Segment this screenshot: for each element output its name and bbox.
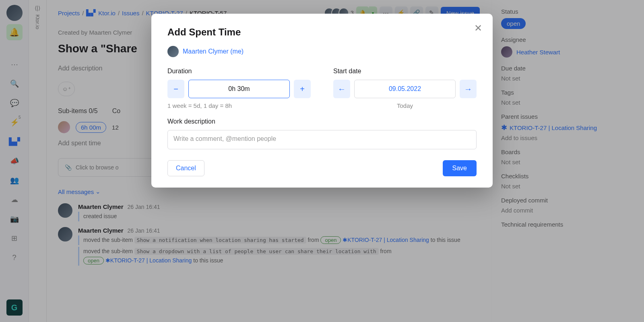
duration-decrement-button[interactable]: − <box>167 80 184 98</box>
modal-user-avatar <box>167 46 179 57</box>
work-description-input[interactable] <box>167 130 477 149</box>
date-prev-button[interactable]: ← <box>333 80 350 98</box>
start-date-label: Start date <box>333 68 477 75</box>
save-button[interactable]: Save <box>443 160 477 176</box>
duration-increment-button[interactable]: + <box>294 80 311 98</box>
cancel-button[interactable]: Cancel <box>167 160 204 176</box>
duration-hint: 1 week = 5d, 1 day = 8h <box>167 102 311 109</box>
modal-title: Add Spent Time <box>167 27 477 38</box>
date-input[interactable]: 09.05.2022 <box>354 80 456 98</box>
close-icon[interactable]: ✕ <box>474 23 482 34</box>
modal-overlay: ✕ Add Spent Time Maarten Clymer (me) Dur… <box>0 0 644 322</box>
date-hint: Today <box>333 102 477 109</box>
duration-label: Duration <box>167 68 311 75</box>
modal-user-name[interactable]: Maarten Clymer (me) <box>183 48 244 55</box>
work-description-label: Work description <box>167 118 477 125</box>
add-spent-time-modal: ✕ Add Spent Time Maarten Clymer (me) Dur… <box>151 14 493 188</box>
date-next-button[interactable]: → <box>460 80 477 98</box>
duration-input[interactable] <box>188 80 290 98</box>
